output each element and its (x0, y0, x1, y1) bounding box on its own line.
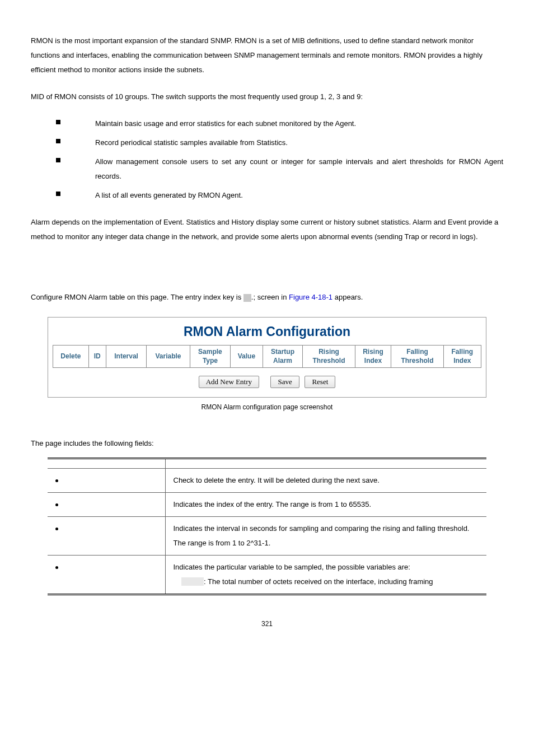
fields-header-description (165, 459, 486, 469)
bullet-item: Allow management console users to set an… (56, 155, 503, 184)
redacted-label (181, 577, 204, 586)
col-falling-threshold: FallingThreshold (391, 346, 443, 368)
col-value: Value (231, 346, 263, 368)
fields-header-object (48, 459, 165, 469)
bullet-item: Maintain basic usage and error statistic… (56, 116, 503, 131)
dot-bullet-icon (55, 503, 58, 506)
field-row-desc: Indicates the particular variable to be … (165, 556, 486, 595)
figure-reference: Figure 4-18-1 (289, 293, 332, 301)
field-row-label (48, 556, 165, 595)
col-rising-index: RisingIndex (355, 346, 391, 368)
col-interval: Interval (106, 346, 147, 368)
col-sample-type: SampleType (190, 346, 231, 368)
field-row-label (48, 517, 165, 556)
add-new-entry-button[interactable]: Add New Entry (199, 376, 259, 388)
col-id: ID (88, 346, 106, 368)
reset-button[interactable]: Reset (305, 376, 335, 388)
col-startup-alarm: StartupAlarm (263, 346, 303, 368)
dot-bullet-icon (55, 528, 58, 530)
square-bullet-icon (56, 192, 60, 196)
page-number: 321 (31, 620, 503, 628)
field-row-desc: Indicates the interval in seconds for sa… (165, 517, 486, 556)
col-delete: Delete (53, 346, 89, 368)
dot-bullet-icon (55, 566, 58, 569)
paragraph-alarm-depends: Alarm depends on the implementation of E… (31, 215, 503, 244)
field-row-label (48, 469, 165, 493)
paragraph-mid-groups: MID of RMON consists of 10 groups. The s… (31, 90, 503, 104)
figure-rmon-alarm-config: RMON Alarm Configuration Delete ID Inter… (48, 317, 486, 398)
figure-caption: RMON Alarm configuration page screenshot (31, 403, 503, 411)
rmon-alarm-table: Delete ID Interval Variable SampleType V… (53, 345, 481, 368)
square-bullet-icon (56, 120, 60, 124)
square-bullet-icon (56, 139, 60, 143)
fields-intro: The page includes the following fields: (31, 439, 503, 447)
bullet-item: Record periodical statistic samples avai… (56, 136, 503, 150)
col-falling-index: FallingIndex (443, 346, 481, 368)
group-bullet-list: Maintain basic usage and error statistic… (56, 116, 503, 203)
field-row-desc: Indicates the index of the entry. The ra… (165, 493, 486, 517)
dot-bullet-icon (55, 479, 58, 482)
field-row-label (48, 493, 165, 517)
bullet-item: A list of all events generated by RMON A… (56, 188, 503, 203)
col-variable: Variable (147, 346, 190, 368)
redacted-mark (243, 294, 251, 302)
paragraph-configure: Configure RMON Alarm table on this page.… (31, 290, 503, 305)
paragraph-intro: RMON is the most important expansion of … (31, 34, 503, 77)
save-button[interactable]: Save (270, 376, 299, 388)
fields-table: Check to delete the entry. It will be de… (48, 458, 486, 595)
figure-title: RMON Alarm Configuration (53, 324, 481, 339)
col-rising-threshold: RisingThreshold (303, 346, 355, 368)
square-bullet-icon (56, 158, 60, 162)
field-row-desc: Check to delete the entry. It will be de… (165, 469, 486, 493)
